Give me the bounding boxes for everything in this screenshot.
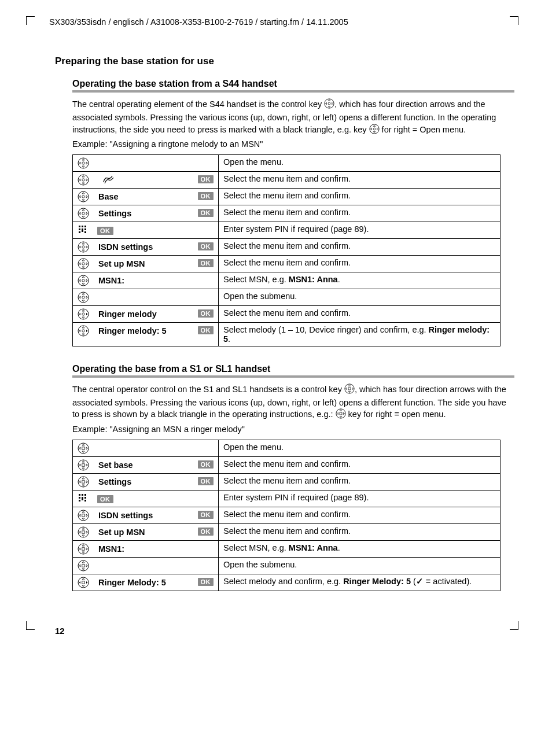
step-row: Set up MSNOKSelect the menu item and con… <box>73 523 501 540</box>
nav-icon <box>78 157 89 169</box>
page-number: 12 <box>55 626 514 636</box>
ok-badge: OK <box>198 259 214 267</box>
ok-badge: OK <box>97 495 113 503</box>
nav2-icon <box>78 459 89 471</box>
keypad-icon <box>78 493 89 504</box>
step-action: Ringer melody: 5OK <box>73 322 219 346</box>
step-action: ISDN settingsOK <box>73 238 219 255</box>
step-row: MSN1:Select MSN, e.g. MSN1: Anna. <box>73 540 501 557</box>
step-row: Open the menu. <box>73 154 501 171</box>
nav-icon <box>78 258 89 270</box>
subsection-s1-title: Operating the base from a S1 or SL1 hand… <box>72 364 514 378</box>
step-description: Select MSN, e.g. MSN1: Anna. <box>219 540 501 557</box>
step-description: Select melody (1 – 10, Device ringer) an… <box>219 322 501 346</box>
step-action: Ringer Melody: 5OK <box>73 574 219 591</box>
step-description: Select melody and confirm, e.g. Ringer M… <box>219 574 501 591</box>
menu-label: MSN1: <box>98 276 124 285</box>
menu-label: Ringer Melody: 5 <box>98 578 166 587</box>
step-description: Select the menu item and confirm. <box>219 523 501 540</box>
step-row: Ringer melodyOKSelect the menu item and … <box>73 305 501 322</box>
step-row: OKEnter system PIN if required (page 89)… <box>73 490 501 507</box>
ok-badge: OK <box>198 242 214 250</box>
step-action: MSN1: <box>73 540 219 557</box>
ok-badge: OK <box>198 460 214 469</box>
step-description: Select MSN, e.g. MSN1: Anna. <box>219 272 501 289</box>
step-row: ISDN settingsOKSelect the menu item and … <box>73 507 501 523</box>
nav-icon <box>78 191 89 202</box>
step-description: Select the menu item and confirm. <box>219 473 501 490</box>
step-description: Select the menu item and confirm. <box>219 205 501 222</box>
nav-icon <box>78 208 89 219</box>
control-key-icon <box>344 383 355 397</box>
step-description: Select the menu item and confirm. <box>219 188 501 205</box>
menu-label: Settings <box>98 477 131 486</box>
step-description: Select the menu item and confirm. <box>219 456 501 473</box>
s44-steps-table: Open the menu. OKSelect the menu item an… <box>72 154 501 346</box>
control-key-right-icon <box>336 408 346 422</box>
step-action: MSN1: <box>73 272 219 289</box>
step-row: SettingsOKSelect the menu item and confi… <box>73 205 501 222</box>
step-row: OKEnter system PIN if required (page 89)… <box>73 222 501 238</box>
menu-label: Set up MSN <box>98 259 145 268</box>
step-description: Select the menu item and confirm. <box>219 305 501 322</box>
nav-icon <box>78 275 89 286</box>
s44-example: Example: "Assigning a ringtone melody to… <box>72 139 514 149</box>
step-row: OKSelect the menu item and confirm. <box>73 171 501 188</box>
step-row: MSN1:Select MSN, e.g. MSN1: Anna. <box>73 272 501 289</box>
s1-body: The central operator control on the S1 a… <box>72 383 514 422</box>
nav2-icon <box>78 476 89 488</box>
step-action: ISDN settingsOK <box>73 507 219 523</box>
section-title: Preparing the base station for use <box>55 56 514 67</box>
step-action: OK <box>73 222 219 238</box>
step-description: Open the submenu. <box>219 289 501 305</box>
ok-badge: OK <box>198 326 214 334</box>
step-row: Ringer melody: 5OKSelect melody (1 – 10,… <box>73 322 501 346</box>
nav2-icon <box>78 526 89 538</box>
control-key-icon <box>324 98 334 112</box>
step-row: Open the menu. <box>73 440 501 456</box>
step-row: Ringer Melody: 5OKSelect melody and conf… <box>73 574 501 591</box>
step-row: ISDN settingsOKSelect the menu item and … <box>73 238 501 255</box>
menu-label: Settings <box>98 209 131 218</box>
step-action: Set up MSNOK <box>73 523 219 540</box>
s1-example: Example: "Assigning an MSN a ringer melo… <box>72 425 514 434</box>
step-action: OK <box>73 171 219 188</box>
check-icon: ✓ <box>416 577 424 586</box>
step-action: BaseOK <box>73 188 219 205</box>
menu-label: ISDN settings <box>98 511 153 520</box>
nav-icon <box>78 292 89 303</box>
step-description: Open the menu. <box>219 154 501 171</box>
ok-badge: OK <box>198 209 214 217</box>
nav-lr-icon <box>78 325 89 337</box>
nav2-icon <box>78 560 89 571</box>
nav2-icon <box>78 442 89 454</box>
step-description: Select the menu item and confirm. <box>219 171 501 188</box>
ok-badge: OK <box>198 528 214 536</box>
step-description: Open the submenu. <box>219 557 501 574</box>
sound-icon <box>101 174 115 186</box>
step-row: Set up MSNOKSelect the menu item and con… <box>73 255 501 272</box>
subsection-s44-title: Operating the base station from a S44 ha… <box>72 79 514 93</box>
s1-steps-table: Open the menu.Set baseOKSelect the menu … <box>72 440 501 591</box>
step-action: SettingsOK <box>73 473 219 490</box>
step-description: Select the menu item and confirm. <box>219 255 501 272</box>
ok-badge: OK <box>198 175 214 183</box>
nav2-icon <box>78 510 89 521</box>
ok-badge: OK <box>97 227 113 235</box>
menu-label: Ringer melody: 5 <box>98 326 167 335</box>
step-description: Select the menu item and confirm. <box>219 238 501 255</box>
step-row: Open the submenu. <box>73 557 501 574</box>
step-action: Ringer melodyOK <box>73 305 219 322</box>
step-row: SettingsOKSelect the menu item and confi… <box>73 473 501 490</box>
nav2-lr-icon <box>78 577 89 588</box>
menu-label: Set base <box>98 460 133 470</box>
step-row: BaseOKSelect the menu item and confirm. <box>73 188 501 205</box>
nav2-icon <box>78 543 89 555</box>
ok-badge: OK <box>198 578 214 586</box>
step-action: OK <box>73 490 219 507</box>
nav-lr-icon <box>78 308 89 320</box>
step-description: Enter system PIN if required (page 89). <box>219 490 501 507</box>
step-action: Set baseOK <box>73 456 219 473</box>
step-action <box>73 154 219 171</box>
step-action <box>73 289 219 305</box>
